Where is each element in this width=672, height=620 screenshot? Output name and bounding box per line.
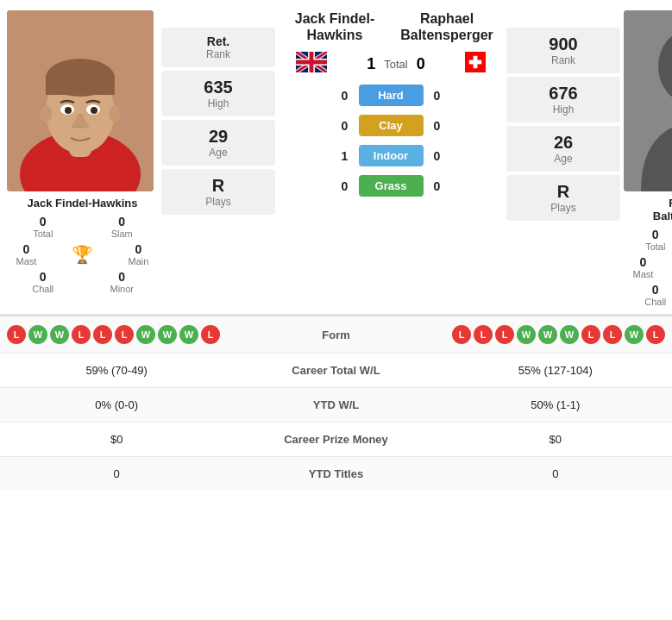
form-badge-w: W [625,325,644,344]
career-stat-left: 0% (0-0) [7,398,226,411]
main-container: Jack Findel-Hawkins 0 Total 0 Slam 0 Mas… [0,0,672,620]
left-player-photo [7,10,154,191]
career-stat-label: Career Prize Money [226,433,445,446]
left-mast-stat: 0 Mast [7,242,46,266]
career-stat-label: Career Total W/L [226,364,445,377]
right-rank-box: 900 Rank [506,28,620,73]
form-label: Form [285,329,388,341]
right-lower-stats: 0 Chall 0 Minor [624,283,672,307]
form-badge-l: L [115,325,134,344]
right-total-stat: 0 Total [624,228,672,252]
career-stat-row: 59% (70-49) Career Total W/L 55% (127-10… [0,353,672,387]
form-badge-w: W [560,325,579,344]
left-minor-stat: 0 Minor [86,270,159,294]
career-stat-left: 59% (70-49) [7,364,226,377]
svg-rect-15 [469,60,481,65]
left-photo-col: Jack Findel-Hawkins 0 Total 0 Slam 0 Mas… [7,10,158,307]
surface-hard-row: 0 Hard 0 [279,81,503,110]
left-slam-stat: 0 Slam [86,215,159,239]
hard-button[interactable]: Hard [359,85,424,106]
bottom-section: LWWLLLWWWL Form LLLWWWLLWL 59% (70-49) C… [0,314,672,491]
form-badge-l: L [452,325,471,344]
right-chall-stat: 0 Chall [624,283,672,307]
center-panel: Jack Findel-Hawkins RaphaelBaltensperger [279,10,503,307]
form-badge-w: W [179,325,198,344]
career-stat-right: 55% (127-104) [446,364,665,377]
right-mast-stat: 0 Mast [624,255,663,279]
right-player-stats: 0 Total 0 Slam [624,228,672,252]
left-chall-stat: 0 Chall [7,270,79,294]
surface-clay-row: 0 Clay 0 [279,111,503,140]
form-badge-l: L [603,325,622,344]
form-badge-w: W [158,325,177,344]
form-badge-l: L [201,325,220,344]
form-badge-w: W [50,325,69,344]
form-badge-l: L [93,325,112,344]
form-badge-l: L [7,325,26,344]
career-stat-row: $0 Career Prize Money $0 [0,422,672,456]
career-stats: 59% (70-49) Career Total W/L 55% (127-10… [0,353,672,491]
left-plays-box: R Plays [161,169,275,215]
right-photo-col: RaphaelBaltensperger 0 Total 0 Slam 0 Ma… [624,10,672,307]
svg-rect-5 [46,78,115,95]
surface-grass-row: 0 Grass 0 [279,172,503,200]
right-flag [465,52,486,76]
left-total-stat: 0 Total [7,215,79,239]
form-badge-w: W [136,325,155,344]
form-row: LWWLLLWWWL Form LLLWWWLLWL [0,316,672,353]
form-badge-l: L [72,325,91,344]
left-player-stats: 0 Total 0 Slam [7,215,158,239]
form-badge-w: W [538,325,557,344]
right-player-name-under: RaphaelBaltensperger [624,197,672,222]
left-player-center-name: Jack Findel-Hawkins [279,10,391,43]
career-stat-row: 0% (0-0) YTD W/L 50% (1-1) [0,387,672,422]
form-badge-l: L [581,325,600,344]
svg-point-10 [40,105,52,122]
career-stat-right: 50% (1-1) [446,398,665,411]
indoor-button[interactable]: Indoor [359,145,424,166]
career-stat-left: $0 [7,433,226,446]
form-badge-l: L [474,325,493,344]
career-stat-label: YTD W/L [226,398,445,411]
clay-button[interactable]: Clay [359,115,424,136]
left-trophy-icon: 🏆 [72,244,93,265]
svg-point-11 [109,105,121,122]
right-player-center-name: RaphaelBaltensperger [391,10,503,43]
career-stat-row: 0 YTD Titles 0 [0,456,672,491]
left-rank-box: Ret. Rank [161,28,275,67]
left-flag [296,52,327,76]
career-stat-label: YTD Titles [226,467,445,480]
right-stat-boxes: 900 Rank 676 High 26 Age R Plays [503,10,624,307]
svg-point-9 [91,107,97,114]
grass-button[interactable]: Grass [359,175,424,197]
right-plays-box: R Plays [506,175,620,221]
right-age-box: 26 Age [506,126,620,172]
total-scores: 1 Total 0 [367,55,425,73]
top-section: Jack Findel-Hawkins 0 Total 0 Slam 0 Mas… [0,0,672,307]
svg-point-8 [65,107,72,114]
left-age-box: 29 Age [161,120,275,166]
surfaces-panel: 0 Hard 0 0 Clay 0 1 Indoor 0 [279,81,503,200]
left-player-name-under: Jack Findel-Hawkins [7,197,158,210]
form-badge-w: W [517,325,536,344]
career-stat-right: 0 [446,467,665,480]
right-form-badges: LLLWWWLLWL [388,325,666,344]
left-main-stat: 0 Main [119,242,158,266]
surface-indoor-row: 1 Indoor 0 [279,141,503,170]
left-high-box: 635 High [161,71,275,116]
form-badge-l: L [495,325,514,344]
right-high-box: 676 High [506,77,620,122]
form-badge-l: L [646,325,665,344]
career-stat-right: $0 [446,433,665,446]
right-player-photo [624,10,672,191]
career-stat-left: 0 [7,467,226,480]
left-form-badges: LWWLLLWWWL [7,325,285,344]
form-badge-w: W [28,325,47,344]
left-stat-boxes: Ret. Rank 635 High 29 Age R Plays [158,10,279,307]
left-lower-stats: 0 Chall 0 Minor [7,270,158,294]
